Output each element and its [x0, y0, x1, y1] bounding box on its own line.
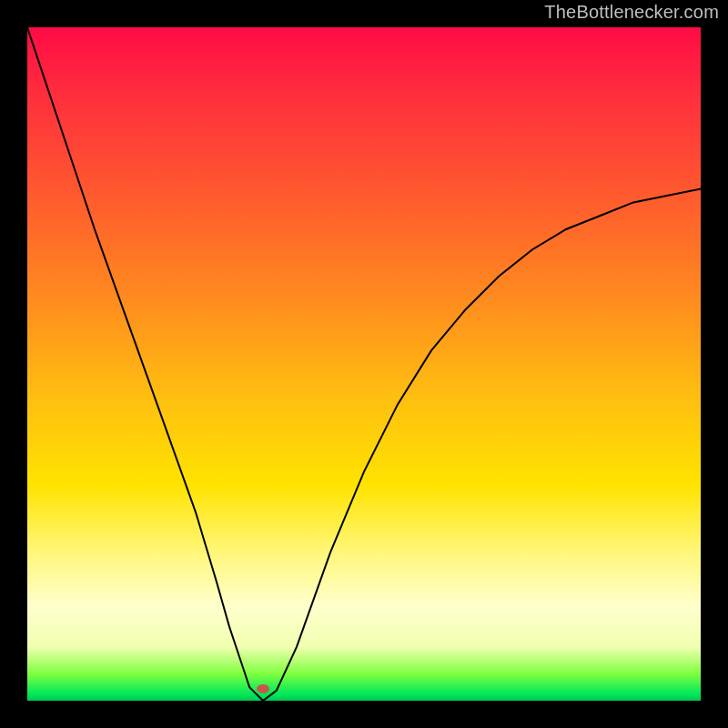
curve-path — [27, 27, 701, 701]
plot-area — [27, 27, 701, 701]
chart-stage: TheBottlenecker.com — [0, 0, 728, 728]
bottleneck-curve — [27, 27, 701, 701]
watermark-text: TheBottlenecker.com — [544, 2, 719, 23]
min-point-marker — [257, 684, 269, 693]
